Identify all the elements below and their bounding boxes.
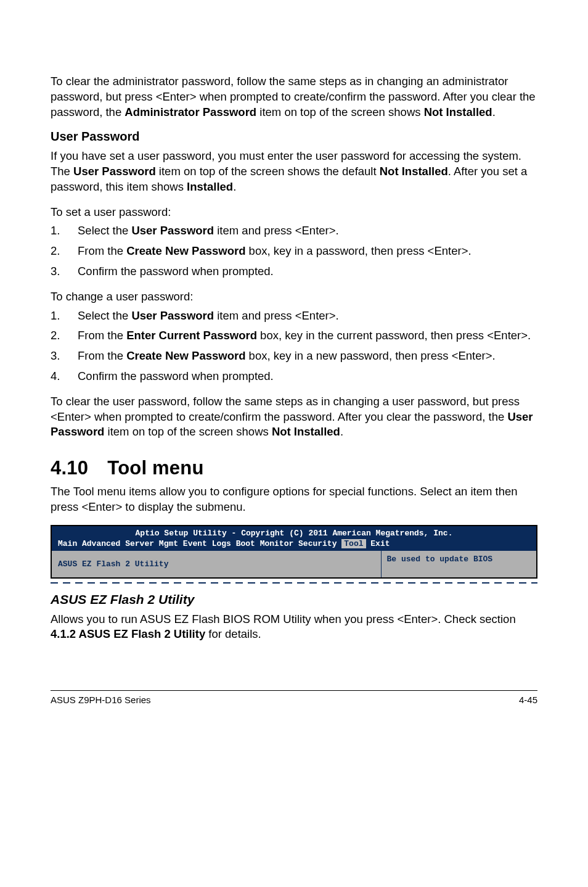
text: To clear the user password, follow the s… xyxy=(51,395,520,423)
text: item on top of the screen shows xyxy=(256,105,423,118)
change-password-list: 1.Select the User Password item and pres… xyxy=(51,308,537,384)
tool-menu-intro: The Tool menu items allow you to configu… xyxy=(51,484,537,515)
bios-menu-items: Exit xyxy=(366,539,390,548)
list-item: 4.Confirm the password when prompted. xyxy=(51,369,537,384)
text: From the xyxy=(78,244,126,257)
list-item: 1.Select the User Password item and pres… xyxy=(51,223,537,239)
user-clear-paragraph: To clear the user password, follow the s… xyxy=(51,394,537,440)
ez-flash-heading: ASUS EZ Flash 2 Utility xyxy=(51,592,537,607)
footer-page-number: 4-45 xyxy=(519,695,537,705)
list-number: 3. xyxy=(51,264,78,279)
list-item: 2.From the Enter Current Password box, k… xyxy=(51,328,537,344)
text: box, key in a password, then press <Ente… xyxy=(245,244,471,257)
bios-left-pane: ASUS EZ Flash 2 Utility xyxy=(52,551,381,577)
user-password-intro: If you have set a user password, you mus… xyxy=(51,149,537,194)
list-item: 3.From the Create New Password box, key … xyxy=(51,349,537,364)
list-number: 1. xyxy=(51,308,78,324)
text: for details. xyxy=(205,627,261,640)
bios-screenshot: Aptio Setup Utility - Copyright (C) 2011… xyxy=(51,525,537,579)
text-bold: Enter Current Password xyxy=(126,329,257,342)
bios-title: Aptio Setup Utility - Copyright (C) 2011… xyxy=(52,526,536,538)
text-bold: Installed xyxy=(187,180,233,193)
footer-rule xyxy=(51,690,537,691)
text-bold: Not Installed xyxy=(380,165,448,178)
list-item: 2.From the Create New Password box, key … xyxy=(51,244,537,259)
text: . xyxy=(492,105,496,118)
list-item: 1.Select the User Password item and pres… xyxy=(51,308,537,324)
text-bold: User Password xyxy=(131,224,214,237)
text: Confirm the password when prompted. xyxy=(78,369,274,382)
bios-right-pane: Be used to update BIOS xyxy=(381,551,536,577)
list-number: 4. xyxy=(51,369,78,384)
text: item and press <Enter>. xyxy=(214,309,339,322)
text: Select the xyxy=(78,309,131,322)
set-password-lead: To set a user password: xyxy=(51,205,537,220)
text-bold: User Password xyxy=(73,165,156,178)
text: item on top of the screen shows xyxy=(104,425,271,438)
list-item: 3.Confirm the password when prompted. xyxy=(51,264,537,279)
list-number: 3. xyxy=(51,349,78,364)
ez-flash-paragraph: Allows you to run ASUS EZ Flash BIOS ROM… xyxy=(51,612,537,643)
list-number: 1. xyxy=(51,223,78,239)
bios-menu-bar: Main Advanced Server Mgmt Event Logs Boo… xyxy=(52,538,536,551)
bios-menu-items: Main Advanced Server Mgmt Event Logs Boo… xyxy=(58,539,341,548)
text-bold: Create New Password xyxy=(126,349,245,362)
text: From the xyxy=(78,349,126,362)
footer-product: ASUS Z9PH-D16 Series xyxy=(51,695,151,705)
text-bold: Administrator Password xyxy=(125,105,256,118)
text-bold: Not Installed xyxy=(424,105,492,118)
text: . xyxy=(233,180,236,193)
text-bold: Not Installed xyxy=(272,425,340,438)
text: Allows you to run ASUS EZ Flash BIOS ROM… xyxy=(51,613,516,625)
text: box, key in a new password, then press <… xyxy=(245,349,495,362)
list-number: 2. xyxy=(51,328,78,344)
text: item and press <Enter>. xyxy=(214,224,339,237)
bios-menu-selected: Tool xyxy=(341,539,365,548)
text: Confirm the password when prompted. xyxy=(78,265,274,278)
user-password-heading: User Password xyxy=(51,130,537,144)
page-footer: ASUS Z9PH-D16 Series 4-45 xyxy=(51,695,537,705)
text: From the xyxy=(78,329,126,342)
change-password-lead: To change a user password: xyxy=(51,289,537,305)
bios-dashed-border xyxy=(51,582,537,584)
list-number: 2. xyxy=(51,244,78,259)
text-bold: 4.1.2 ASUS EZ Flash 2 Utility xyxy=(51,627,205,640)
tool-menu-heading: 4.10 Tool menu xyxy=(51,457,537,479)
text: . xyxy=(340,425,343,438)
text: item on top of the screen shows the defa… xyxy=(156,165,380,178)
text: Select the xyxy=(78,224,131,237)
text: box, key in the current password, then p… xyxy=(257,329,531,342)
set-password-list: 1.Select the User Password item and pres… xyxy=(51,223,537,279)
text-bold: User Password xyxy=(131,309,214,322)
text-bold: Create New Password xyxy=(126,244,245,257)
admin-clear-paragraph: To clear the administrator password, fol… xyxy=(51,74,537,120)
